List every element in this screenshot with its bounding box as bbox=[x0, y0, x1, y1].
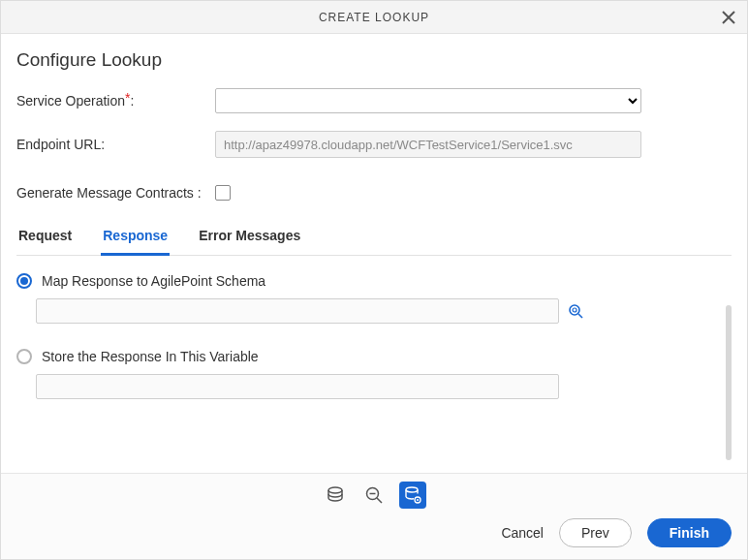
dialog-title: CREATE LOOKUP bbox=[319, 11, 429, 24]
tab-response[interactable]: Response bbox=[101, 228, 170, 256]
store-response-option[interactable]: Store the Response In This Variable bbox=[16, 349, 732, 364]
response-panel: Map Response to AgilePoint Schema Store … bbox=[16, 273, 732, 399]
configure-step-icon[interactable] bbox=[399, 482, 426, 509]
tab-error-messages[interactable]: Error Messages bbox=[197, 228, 302, 255]
database-gear-icon bbox=[403, 485, 422, 505]
map-response-option[interactable]: Map Response to AgilePoint Schema bbox=[16, 273, 732, 289]
cancel-button[interactable]: Cancel bbox=[501, 525, 544, 541]
store-response-radio[interactable] bbox=[16, 349, 32, 364]
svg-point-3 bbox=[328, 487, 342, 493]
required-mark: * bbox=[125, 90, 130, 106]
store-response-input[interactable] bbox=[36, 374, 559, 399]
service-operation-label: Service Operation*: bbox=[16, 93, 215, 109]
endpoint-input bbox=[215, 131, 641, 158]
generate-contracts-checkbox[interactable] bbox=[215, 185, 231, 201]
generate-contracts-row: Generate Message Contracts : bbox=[16, 185, 732, 201]
database-icon bbox=[326, 485, 345, 505]
close-icon bbox=[722, 11, 735, 24]
svg-point-7 bbox=[406, 487, 418, 492]
footer-icons bbox=[16, 482, 732, 509]
service-operation-row: Service Operation*: bbox=[16, 88, 732, 113]
prev-button[interactable]: Prev bbox=[559, 518, 632, 547]
svg-point-0 bbox=[570, 305, 579, 315]
svg-line-5 bbox=[377, 498, 382, 503]
store-response-label: Store the Response In This Variable bbox=[42, 349, 259, 364]
finish-button[interactable]: Finish bbox=[647, 518, 732, 547]
tabs: Request Response Error Messages bbox=[16, 228, 732, 256]
map-response-input[interactable] bbox=[36, 298, 559, 324]
page-title: Configure Lookup bbox=[16, 49, 732, 71]
svg-point-2 bbox=[573, 308, 577, 312]
generate-contracts-label: Generate Message Contracts : bbox=[16, 185, 215, 201]
svg-line-1 bbox=[578, 314, 582, 318]
create-lookup-dialog: CREATE LOOKUP Configure Lookup Service O… bbox=[0, 0, 748, 560]
store-response-subfield bbox=[36, 374, 732, 399]
content: Configure Lookup Service Operation*: End… bbox=[1, 34, 747, 473]
scrollbar[interactable] bbox=[726, 305, 732, 460]
map-response-subfield bbox=[36, 298, 732, 324]
filter-step-icon[interactable] bbox=[360, 482, 388, 509]
map-response-label: Map Response to AgilePoint Schema bbox=[42, 273, 265, 289]
endpoint-label: Endpoint URL: bbox=[16, 137, 215, 152]
schema-lookup-icon[interactable] bbox=[567, 302, 584, 320]
service-operation-select[interactable] bbox=[215, 88, 641, 113]
close-button[interactable] bbox=[716, 5, 741, 30]
endpoint-row: Endpoint URL: bbox=[16, 131, 732, 158]
footer-buttons: Cancel Prev Finish bbox=[16, 518, 732, 547]
titlebar: CREATE LOOKUP bbox=[1, 1, 747, 34]
datasource-step-icon[interactable] bbox=[322, 482, 349, 509]
footer: Cancel Prev Finish bbox=[1, 473, 747, 559]
tab-request[interactable]: Request bbox=[16, 228, 74, 255]
svg-point-9 bbox=[417, 499, 419, 501]
map-response-radio[interactable] bbox=[16, 273, 32, 289]
magnify-minus-icon bbox=[364, 485, 384, 505]
